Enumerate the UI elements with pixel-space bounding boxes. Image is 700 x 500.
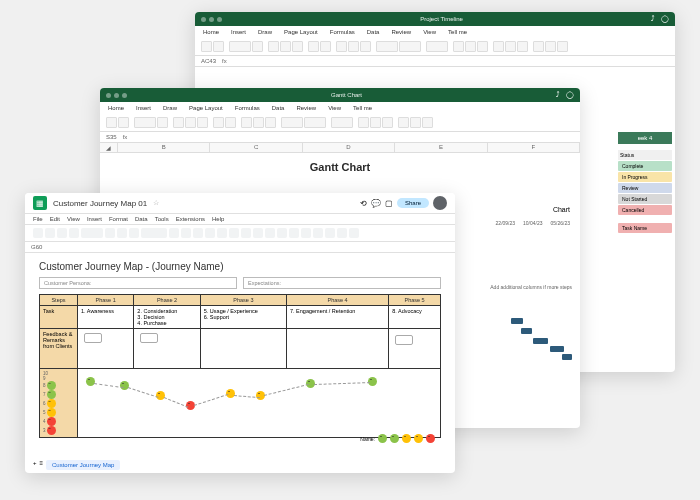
font-size[interactable] bbox=[157, 117, 168, 128]
align-button[interactable] bbox=[253, 117, 264, 128]
copy-button[interactable] bbox=[118, 117, 129, 128]
task-cell[interactable]: 7. Engagement / Retention bbox=[286, 306, 388, 329]
link-button[interactable] bbox=[301, 228, 311, 238]
tab-tellme[interactable]: Tell me bbox=[351, 104, 374, 112]
text-color-button[interactable] bbox=[217, 228, 227, 238]
menu-view[interactable]: View bbox=[67, 216, 80, 222]
tab-insert[interactable]: Insert bbox=[229, 28, 248, 36]
journey-curve-cell[interactable] bbox=[78, 369, 441, 438]
bold-button[interactable] bbox=[268, 41, 279, 52]
font-size[interactable] bbox=[169, 228, 179, 238]
zoom-select[interactable] bbox=[81, 228, 103, 238]
feedback-cell[interactable] bbox=[134, 329, 200, 369]
history-icon[interactable]: ⟲ bbox=[360, 199, 367, 208]
comment-icon[interactable]: 💬 bbox=[371, 199, 381, 208]
tab-page-layout[interactable]: Page Layout bbox=[282, 28, 320, 36]
merge-button[interactable] bbox=[399, 41, 421, 52]
border-button[interactable] bbox=[241, 228, 251, 238]
feedback-cell[interactable] bbox=[286, 329, 388, 369]
align-button[interactable] bbox=[265, 117, 276, 128]
strike-button[interactable] bbox=[205, 228, 215, 238]
sheet-tab[interactable]: Customer Journey Map bbox=[46, 460, 120, 470]
font-select[interactable] bbox=[141, 228, 167, 238]
share-icon[interactable]: ⤴ bbox=[651, 15, 655, 23]
menu-help[interactable]: Help bbox=[212, 216, 224, 222]
menu-file[interactable]: File bbox=[33, 216, 43, 222]
insert-button[interactable] bbox=[398, 117, 409, 128]
cell-styles-button[interactable] bbox=[382, 117, 393, 128]
wrap-text-button[interactable] bbox=[281, 117, 303, 128]
align-left-button[interactable] bbox=[336, 41, 347, 52]
functions-button[interactable] bbox=[349, 228, 359, 238]
paint-button[interactable] bbox=[69, 228, 79, 238]
delete-button[interactable] bbox=[410, 117, 421, 128]
tab-view[interactable]: View bbox=[326, 104, 343, 112]
fill-color-button[interactable] bbox=[229, 228, 239, 238]
format-table-button[interactable] bbox=[370, 117, 381, 128]
format-button[interactable] bbox=[422, 117, 433, 128]
italic-button[interactable] bbox=[280, 41, 291, 52]
number-format[interactable] bbox=[426, 41, 448, 52]
border-button[interactable] bbox=[213, 117, 224, 128]
tab-draw[interactable]: Draw bbox=[161, 104, 179, 112]
print-button[interactable] bbox=[57, 228, 67, 238]
find-select-button[interactable] bbox=[557, 41, 568, 52]
conditional-format-button[interactable] bbox=[453, 41, 464, 52]
percent-button[interactable] bbox=[117, 228, 127, 238]
task-cell[interactable]: 2. Consideration 3. Decision 4. Purchase bbox=[134, 306, 200, 329]
tab-page-layout[interactable]: Page Layout bbox=[187, 104, 225, 112]
tab-home[interactable]: Home bbox=[201, 28, 221, 36]
menu-data[interactable]: Data bbox=[135, 216, 148, 222]
user-icon[interactable]: ◯ bbox=[661, 15, 669, 23]
autosum-button[interactable] bbox=[533, 41, 544, 52]
format-button[interactable] bbox=[517, 41, 528, 52]
insert-button[interactable] bbox=[493, 41, 504, 52]
underline-button[interactable] bbox=[292, 41, 303, 52]
task-cell[interactable]: 1. Awareness bbox=[78, 306, 134, 329]
bold-button[interactable] bbox=[173, 117, 184, 128]
tab-view[interactable]: View bbox=[421, 28, 438, 36]
filter-button[interactable] bbox=[337, 228, 347, 238]
menu-tools[interactable]: Tools bbox=[155, 216, 169, 222]
wrap-text-button[interactable] bbox=[376, 41, 398, 52]
add-sheet-button[interactable]: + bbox=[33, 460, 37, 470]
meet-icon[interactable]: ▢ bbox=[385, 199, 393, 208]
undo-button[interactable] bbox=[33, 228, 43, 238]
tab-data[interactable]: Data bbox=[270, 104, 287, 112]
wrap-button[interactable] bbox=[289, 228, 299, 238]
merge-button[interactable] bbox=[253, 228, 263, 238]
tab-home[interactable]: Home bbox=[106, 104, 126, 112]
number-format[interactable] bbox=[331, 117, 353, 128]
format-table-button[interactable] bbox=[465, 41, 476, 52]
underline-button[interactable] bbox=[197, 117, 208, 128]
tab-insert[interactable]: Insert bbox=[134, 104, 153, 112]
task-cell[interactable]: 5. Usage / Experience 6. Support bbox=[200, 306, 286, 329]
menu-insert[interactable]: Insert bbox=[87, 216, 102, 222]
menu-format[interactable]: Format bbox=[109, 216, 128, 222]
expectations-input[interactable]: Expectations: bbox=[243, 277, 441, 289]
cell-styles-button[interactable] bbox=[477, 41, 488, 52]
feedback-cell[interactable] bbox=[389, 329, 441, 369]
persona-input[interactable]: Customer Persona: bbox=[39, 277, 237, 289]
user-icon[interactable]: ◯ bbox=[566, 91, 574, 99]
decimal-button[interactable] bbox=[129, 228, 139, 238]
copy-button[interactable] bbox=[213, 41, 224, 52]
share-icon[interactable]: ⤴ bbox=[556, 91, 560, 99]
merge-button[interactable] bbox=[304, 117, 326, 128]
sort-filter-button[interactable] bbox=[545, 41, 556, 52]
tab-review[interactable]: Review bbox=[389, 28, 413, 36]
align-button[interactable] bbox=[265, 228, 275, 238]
italic-button[interactable] bbox=[185, 117, 196, 128]
star-icon[interactable]: ☆ bbox=[153, 199, 159, 207]
align-center-button[interactable] bbox=[348, 41, 359, 52]
tab-review[interactable]: Review bbox=[294, 104, 318, 112]
comment-button[interactable] bbox=[313, 228, 323, 238]
fill-button[interactable] bbox=[320, 41, 331, 52]
valign-button[interactable] bbox=[277, 228, 287, 238]
fill-button[interactable] bbox=[225, 117, 236, 128]
task-cell[interactable]: 8. Advocacy bbox=[389, 306, 441, 329]
tab-draw[interactable]: Draw bbox=[256, 28, 274, 36]
font-size[interactable] bbox=[252, 41, 263, 52]
align-button[interactable] bbox=[241, 117, 252, 128]
tab-formulas[interactable]: Formulas bbox=[328, 28, 357, 36]
